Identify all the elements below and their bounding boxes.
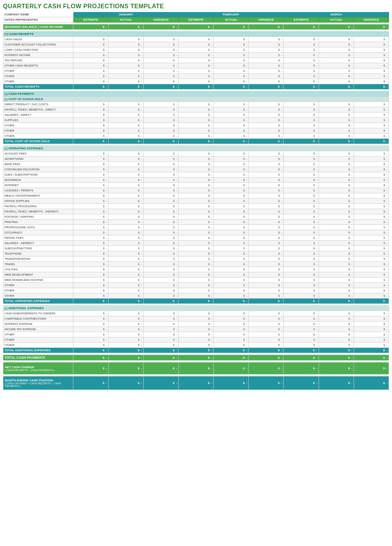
total-cash-payments-label: TOTAL CASH PAYMENTS — [3, 355, 73, 361]
bb-a2[interactable]: $ - — [214, 24, 249, 30]
cr-item-7: OTHER — [3, 74, 73, 79]
col-estimate-3: ESTIMATE — [284, 17, 319, 23]
col-actual-1: ACTUAL — [108, 17, 143, 23]
cogs-item-5: OTHER — [3, 128, 73, 133]
opex-item-17: SALARIES - INDIRECT — [3, 241, 73, 246]
addl-item-5: OTHER — [3, 337, 73, 343]
opex-item-2: BANK FEES — [3, 162, 73, 167]
opex-item-11: PAYROLL TAXES / BENEFITS - INDIRECT — [3, 209, 73, 214]
bb-a1[interactable]: $ - — [108, 24, 143, 30]
total-cogs-label: TOTAL COST OF GOODS SOLD — [3, 139, 73, 144]
bb-e2[interactable]: $ - — [178, 24, 213, 30]
opex-item-22: UTILITIES — [3, 267, 73, 272]
beginning-balance-label: BEGINNING BALANCE | CASH ON HAND — [3, 24, 73, 30]
opex-item-12: POSTAGE / SHIPPING — [3, 214, 73, 220]
company-name-label: COMPANY NAME — [3, 12, 73, 17]
cr-item-0: CASH SALES — [3, 37, 73, 42]
opex-item-23: WEB DEVELOPMENT — [3, 272, 73, 278]
cash-receipts-header: (+) CASH RECEIPTS — [3, 32, 389, 37]
bb-e3[interactable]: $ - — [284, 24, 319, 30]
addl-item-4: OTHER — [3, 332, 73, 337]
dates-label: DATES REPRESENTED — [3, 17, 73, 23]
bb-v1[interactable]: $ - — [143, 24, 178, 30]
bb-e1[interactable]: $ - — [73, 24, 108, 30]
col-variance-2: VARIANCE — [249, 17, 284, 23]
cogs-item-4: OTHER — [3, 123, 73, 128]
col-variance-1: VARIANCE — [143, 17, 178, 23]
col-estimate-1: ESTIMATE — [73, 17, 108, 23]
col-estimate-2: ESTIMATE — [178, 17, 213, 23]
opex-item-14: PROFESSIONAL SVCS — [3, 225, 73, 230]
opex-item-5: INSURANCE — [3, 177, 73, 183]
january-header: JANUARY — [73, 12, 179, 17]
february-header: FEBRUARY — [178, 12, 284, 17]
col-actual-2: ACTUAL — [214, 17, 249, 23]
opex-item-15: OCCUPANCY — [3, 230, 73, 235]
cogs-item-2: SALARIES - DIRECT — [3, 112, 73, 118]
opex-item-6: INTERNET — [3, 183, 73, 188]
bb-v3[interactable]: $ - — [354, 24, 389, 30]
cogs-item-6: OTHER — [3, 133, 73, 139]
addl-expenses-header: (-) ADDITIONAL EXPENSES — [3, 306, 389, 311]
cogs-item-3: SUPPLIES — [3, 118, 73, 123]
opex-item-26: OTHER — [3, 288, 73, 293]
opex-item-10: PAYROLL PROCESSING — [3, 204, 73, 209]
opex-item-20: TRANSPORTATION — [3, 256, 73, 262]
opex-item-4: DUES / SUBSCRIPTIONS — [3, 172, 73, 177]
addl-item-1: CHARITABLE CONTRIBUTIONS — [3, 316, 73, 322]
cogs-header: (-) COST OF GOODS SOLD — [3, 97, 389, 102]
opex-item-24: WEB DOMAIN AND HOSTING — [3, 278, 73, 283]
addl-item-0: CASH DISBURSEMENTS TO OWNERS — [3, 311, 73, 316]
net-cash-change-label: NET CASH CHANGE ( CASH RECEIPTS – CASH P… — [3, 362, 73, 375]
opex-item-16: RENTAL FEES — [3, 235, 73, 241]
opex-item-19: TELEPHONE — [3, 251, 73, 256]
opex-item-3: CONTINUING EDUCATION — [3, 167, 73, 172]
col-actual-3: ACTUAL — [319, 17, 354, 23]
opex-item-18: SUBCONTRACTORS — [3, 246, 73, 251]
opex-item-7: LICENSES / PERMITS — [3, 188, 73, 193]
total-addl-label: TOTAL ADDITIONAL EXPENSES — [3, 348, 73, 353]
opex-item-13: PRINTING — [3, 220, 73, 225]
opex-item-21: TRAVEL — [3, 262, 73, 267]
bb-v2[interactable]: $ - — [249, 24, 284, 30]
total-cash-receipts-label: TOTAL CASH RECEIPTS — [3, 84, 73, 89]
addl-item-6: OTHER — [3, 343, 73, 348]
bb-a3[interactable]: $ - — [319, 24, 354, 30]
cogs-item-0: DIRECT PRODUCT / SVC COSTS — [3, 102, 73, 107]
page-title: QUARTERLY CASH FLOW PROJECTIONS TEMPLATE — [3, 3, 389, 10]
opex-item-25: OTHER — [3, 283, 73, 288]
cr-item-5: OTHER CASH RECEIPTS — [3, 63, 73, 68]
cr-item-4: TAX REFUND — [3, 58, 73, 63]
cr-item-6: OTHER — [3, 68, 73, 74]
opex-item-9: OFFICE SUPPLIES — [3, 199, 73, 204]
cr-item-2: LOAN / CASH INJECTION — [3, 47, 73, 53]
cr-item-1: CUSTOMER ACCOUNT COLLECTIONS — [3, 42, 73, 47]
total-opex-label: TOTAL OPERATING EXPENSES — [3, 299, 73, 304]
col-variance-3: VARIANCE — [354, 17, 389, 23]
addl-item-3: INCOME TAX EXPENSE — [3, 327, 73, 332]
cash-payments-header: (-) CASH PAYMENTS — [3, 91, 389, 97]
cr-item-8: OTHER — [3, 79, 73, 84]
opex-item-27: OTHER — [3, 293, 73, 299]
march-header: MARCH — [284, 12, 389, 17]
cr-item-3: INTEREST INCOME — [3, 53, 73, 58]
opex-item-0: ACCOUNT FEES — [3, 151, 73, 156]
opex-item-8: MEALS / ENTERTAINMENT — [3, 193, 73, 199]
opex-item-1: ADVERTISING — [3, 156, 73, 162]
addl-item-2: INTEREST EXPENSE — [3, 322, 73, 327]
opex-header: (-) OPERATING EXPENSES — [3, 146, 389, 151]
cogs-item-1: PAYROLL TAXES / BENEFITS - DIRECT — [3, 107, 73, 112]
month-ending-label: MONTH ENDING CASH POSITION ( CASH ON HAN… — [3, 376, 73, 390]
